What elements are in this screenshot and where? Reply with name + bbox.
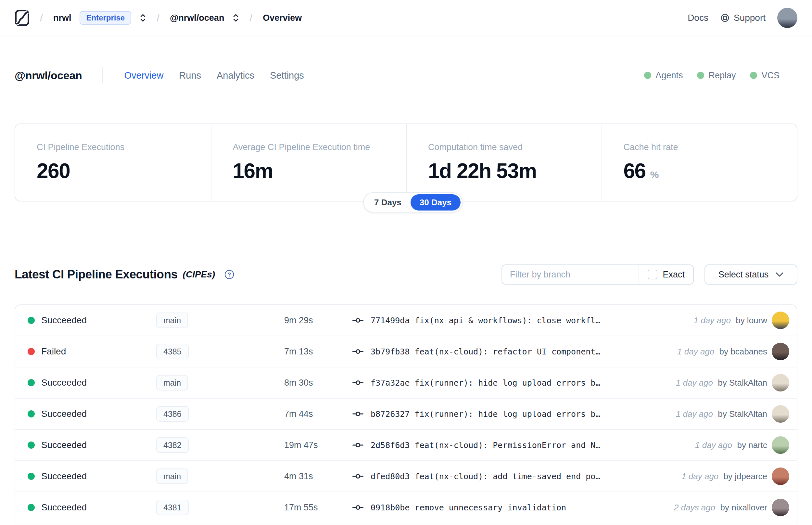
range-7-days-button[interactable]: 7 Days [365, 194, 411, 211]
author-label: by StalkAltan [718, 378, 767, 388]
branch-cell: 4381 [156, 500, 284, 515]
branch-cell: 4382 [156, 437, 284, 453]
status-label: Succeeded [41, 502, 87, 513]
commit-message[interactable]: dfed80d3 feat(nx-cloud): add time-saved … [371, 472, 600, 481]
cipe-section-header: Latest CI Pipeline Executions (CIPEs) ? … [15, 264, 797, 285]
branch-badge[interactable]: main [156, 313, 188, 328]
branch-filter-input[interactable] [502, 265, 639, 284]
topbar-actions: Docs Support [688, 8, 797, 28]
git-commit-icon [352, 410, 364, 418]
status-cell: Succeeded [28, 502, 156, 513]
exact-match-toggle[interactable]: Exact [639, 265, 693, 284]
tab-runs[interactable]: Runs [179, 70, 201, 81]
duration-label: 19m 47s [284, 440, 352, 450]
docs-link[interactable]: Docs [688, 13, 708, 23]
table-row[interactable]: Succeeded main 9m 29s 771499da fix(nx-ap… [15, 305, 797, 336]
commit-cell: f37a32ae fix(runner): hide log upload er… [352, 378, 670, 388]
commit-message[interactable]: b8726327 fix(runner): hide log upload er… [371, 409, 600, 419]
duration-label: 7m 13s [284, 347, 352, 357]
breadcrumb-workspace[interactable]: @nrwl/ocean [170, 13, 224, 23]
status-dot-icon [28, 317, 35, 324]
divider [623, 67, 623, 84]
timestamp: 1 day ago [676, 409, 713, 419]
tab-overview[interactable]: Overview [124, 70, 163, 81]
table-row[interactable]: Succeeded main 4m 31s dfed80d3 feat(nx-c… [15, 461, 797, 492]
status-cell: Succeeded [28, 471, 156, 481]
indicator-replay: Replay [697, 71, 736, 80]
breadcrumb: / nrwl Enterprise / @nrwl/ocean / Overvi… [15, 10, 302, 26]
cipe-table: Succeeded main 9m 29s 771499da fix(nx-ap… [15, 304, 797, 525]
branch-cell: main [156, 375, 284, 390]
nx-cloud-logo[interactable] [15, 10, 30, 26]
meta-cell: 1 day ago by bcabanes [677, 347, 767, 357]
branch-filter-group: Exact [502, 265, 694, 285]
breadcrumb-org[interactable]: nrwl [53, 13, 72, 23]
status-cell: Succeeded [28, 315, 156, 326]
user-avatar[interactable] [777, 8, 797, 28]
support-link[interactable]: Support [720, 13, 766, 23]
breadcrumb-page: Overview [263, 13, 302, 23]
org-switcher-chevron-icon[interactable] [140, 14, 146, 22]
author-avatar[interactable] [772, 405, 789, 423]
select-status-dropdown[interactable]: Select status [704, 265, 797, 285]
indicator-vcs: VCS [750, 71, 780, 80]
range-30-days-button[interactable]: 30 Days [411, 194, 461, 211]
stat-value: 260 [37, 159, 198, 183]
branch-badge[interactable]: 4386 [156, 406, 189, 422]
author-avatar[interactable] [772, 499, 789, 516]
table-row[interactable]: Succeeded 4386 7m 44s b8726327 fix(runne… [15, 399, 797, 430]
commit-cell: dfed80d3 feat(nx-cloud): add time-saved … [352, 472, 675, 481]
status-label: Succeeded [41, 315, 87, 326]
commit-message[interactable]: 2d58f6d3 feat(nx-cloud): PermissionError… [371, 440, 600, 450]
stat-cache-hit-rate: Cache hit rate 66 % [601, 124, 797, 201]
git-commit-icon [352, 441, 364, 449]
table-row[interactable]: Succeeded main 8m 30s f37a32ae fix(runne… [15, 368, 797, 399]
breadcrumb-separator: / [40, 12, 43, 24]
tab-analytics[interactable]: Analytics [217, 70, 254, 81]
workspace-switcher-chevron-icon[interactable] [232, 14, 239, 22]
status-cell: Failed [28, 346, 156, 357]
author-avatar[interactable] [772, 312, 789, 329]
table-row[interactable]: Succeeded 4382 19m 47s 2d58f6d3 feat(nx-… [15, 430, 797, 461]
status-label: Succeeded [41, 440, 87, 450]
commit-message[interactable]: f37a32ae fix(runner): hide log upload er… [371, 378, 600, 388]
author-label: by StalkAltan [718, 409, 767, 419]
workspace-tabs: Overview Runs Analytics Settings [124, 70, 304, 81]
author-avatar[interactable] [772, 436, 789, 454]
commit-cell: 771499da fix(nx-api & workflows): close … [352, 316, 687, 325]
workspace-header: @nrwl/ocean Overview Runs Analytics Sett… [15, 64, 797, 87]
timestamp: 1 day ago [695, 440, 732, 450]
branch-badge[interactable]: 4382 [156, 437, 189, 453]
author-label: by nixallover [720, 502, 767, 512]
commit-message[interactable]: 3b79fb38 feat(nx-cloud): refactor UI com… [371, 347, 600, 356]
lifebuoy-icon [720, 13, 730, 23]
duration-label: 8m 30s [284, 378, 352, 388]
author-avatar[interactable] [772, 374, 789, 391]
branch-badge[interactable]: 4381 [156, 500, 189, 515]
section-title: Latest CI Pipeline Executions [15, 268, 178, 281]
table-row[interactable]: Failed 4385 7m 13s 3b79fb38 feat(nx-clou… [15, 336, 797, 368]
divider [102, 67, 103, 84]
branch-cell: 4385 [156, 344, 284, 359]
git-commit-icon [352, 504, 364, 511]
status-cell: Succeeded [28, 409, 156, 419]
exact-checkbox[interactable] [648, 270, 657, 280]
branch-badge[interactable]: main [156, 468, 188, 484]
tab-settings[interactable]: Settings [270, 70, 304, 81]
percent-suffix: % [650, 169, 659, 180]
status-dot-icon [28, 410, 35, 418]
branch-badge[interactable]: 4385 [156, 344, 189, 359]
logo-icon [15, 10, 30, 26]
stat-computation-time-saved: Computation time saved 1d 22h 53m [406, 124, 601, 201]
status-dot-icon [28, 473, 35, 480]
green-status-dot-icon [644, 72, 651, 79]
commit-message[interactable]: 771499da fix(nx-api & workflows): close … [371, 316, 600, 325]
status-cell: Succeeded [28, 440, 156, 450]
branch-badge[interactable]: main [156, 375, 188, 390]
help-icon[interactable]: ? [224, 269, 234, 280]
commit-message[interactable]: 0918b0be remove unnecessary invalidation [371, 503, 566, 512]
table-row[interactable]: Succeeded 4381 17m 55s 0918b0be remove u… [15, 492, 797, 523]
author-avatar[interactable] [772, 467, 789, 485]
author-avatar[interactable] [772, 343, 789, 360]
workspace-title: @nrwl/ocean [15, 69, 82, 82]
